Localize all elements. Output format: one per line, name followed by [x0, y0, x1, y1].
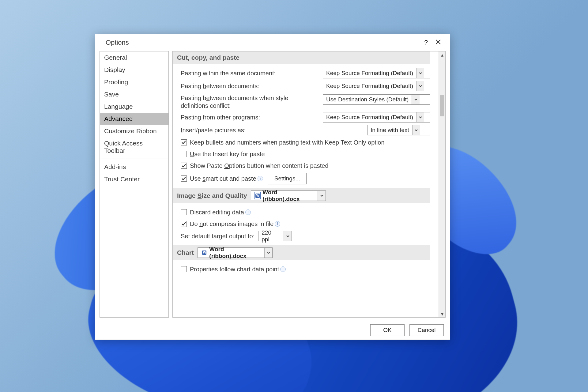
scroll-up-arrow-icon[interactable]: ▴ [439, 51, 445, 58]
label-insert-key: Use the Insert key for paste [190, 151, 265, 158]
section-title: Chart [177, 249, 194, 256]
dropdown-value: Word (ribbon).docx [209, 246, 261, 259]
dropdown-value: Keep Source Formatting (Default) [323, 114, 416, 121]
settings-button[interactable]: Settings... [268, 173, 307, 184]
dropdown-value: Keep Source Formatting (Default) [323, 70, 416, 77]
label-paste-conflict: Pasting between documents when style def… [181, 94, 300, 110]
checkbox-smart-cut[interactable] [181, 175, 187, 182]
dropdown-target-ppi[interactable]: 220 ppi [258, 231, 292, 241]
dropdown-paste-between[interactable]: Keep Source Formatting (Default) [323, 81, 430, 91]
checkbox-insert-key[interactable] [181, 151, 187, 157]
scrollbar[interactable]: ▴ ▾ [439, 51, 445, 317]
checkbox-keep-bullets[interactable] [181, 139, 187, 145]
label-paste-between: Pasting between documents: [181, 83, 259, 90]
ok-button[interactable]: OK [370, 324, 405, 336]
section-header-cutcopypaste: Cut, copy, and paste [173, 51, 430, 64]
label-insert-pictures: Insert/paste pictures as: [181, 127, 246, 134]
section-header-image-quality: Image Size and Quality Word (ribbon).doc… [173, 188, 430, 203]
section-title: Image Size and Quality [177, 192, 247, 199]
label-target-output: Set default target output to: [181, 233, 254, 240]
label-smart-cut: Use smart cut and paste [190, 175, 256, 182]
dialog-title: Options [106, 39, 129, 47]
dropdown-image-document[interactable]: Word (ribbon).docx [251, 190, 326, 201]
close-icon [435, 39, 441, 45]
label-discard-editing: Discard editing data [190, 209, 244, 216]
info-icon[interactable]: i [275, 221, 280, 227]
options-dialog: Options ? GeneralDisplayProofingSaveLang… [95, 34, 450, 340]
sidebar-item-display[interactable]: Display [100, 64, 168, 76]
label-paste-within: Pasting within the same document: [181, 70, 276, 77]
chevron-down-icon [416, 68, 424, 78]
chevron-down-icon [284, 231, 292, 241]
info-icon[interactable]: i [258, 176, 263, 181]
dropdown-value: Keep Source Formatting (Default) [323, 83, 416, 89]
dropdown-paste-conflict[interactable]: Use Destination Styles (Default) [323, 94, 430, 105]
chevron-down-icon [264, 248, 272, 258]
chevron-down-icon [412, 125, 420, 135]
sidebar-item-advanced[interactable]: Advanced [100, 113, 168, 125]
checkbox-paste-options[interactable] [181, 163, 187, 169]
close-button[interactable] [432, 39, 444, 47]
dropdown-chart-document[interactable]: Word (ribbon).docx [198, 247, 273, 258]
dropdown-value: 220 ppi [258, 229, 284, 243]
chevron-down-icon [412, 95, 420, 104]
titlebar: Options ? [95, 34, 450, 51]
sidebar-item-proofing[interactable]: Proofing [100, 76, 168, 88]
options-content: Cut, copy, and paste Pasting within the … [173, 51, 439, 317]
label-keep-bullets: Keep bullets and numbers when pasting te… [190, 139, 385, 146]
chevron-down-icon [318, 191, 325, 201]
section-header-chart: Chart Word (ribbon).docx [173, 245, 430, 260]
info-icon[interactable]: i [245, 209, 251, 215]
word-doc-icon [254, 192, 261, 199]
help-button[interactable]: ? [420, 39, 432, 47]
info-icon[interactable]: i [280, 266, 286, 272]
dropdown-value: Word (ribbon).docx [262, 189, 315, 202]
nav-divider [100, 159, 168, 159]
dropdown-insert-pictures[interactable]: In line with text [367, 125, 430, 135]
category-sidebar: GeneralDisplayProofingSaveLanguageAdvanc… [100, 51, 169, 318]
dialog-footer: OK Cancel [95, 321, 450, 340]
dropdown-value: Use Destination Styles (Default) [323, 96, 412, 103]
sidebar-item-customize-ribbon[interactable]: Customize Ribbon [100, 125, 168, 137]
checkbox-discard-editing[interactable] [181, 209, 187, 215]
dropdown-paste-programs[interactable]: Keep Source Formatting (Default) [323, 112, 430, 123]
section-title: Cut, copy, and paste [177, 54, 239, 61]
word-doc-icon [201, 249, 207, 256]
checkbox-chart-properties[interactable] [181, 266, 187, 272]
cancel-button[interactable]: Cancel [409, 324, 444, 336]
scroll-down-arrow-icon[interactable]: ▾ [439, 311, 445, 317]
checkbox-no-compress[interactable] [181, 221, 187, 227]
label-paste-options: Show Paste Options button when content i… [190, 162, 329, 169]
chevron-down-icon [416, 112, 424, 122]
label-chart-properties: Properties follow chart data point [190, 266, 279, 273]
sidebar-item-trust-center[interactable]: Trust Center [100, 173, 168, 185]
sidebar-item-general[interactable]: General [100, 51, 168, 64]
dropdown-paste-within[interactable]: Keep Source Formatting (Default) [323, 68, 430, 78]
label-no-compress: Do not compress images in file [190, 221, 273, 228]
sidebar-item-add-ins[interactable]: Add-ins [100, 161, 168, 173]
label-paste-programs: Pasting from other programs: [181, 114, 260, 121]
scroll-thumb[interactable] [440, 95, 444, 116]
sidebar-item-save[interactable]: Save [100, 88, 168, 100]
chevron-down-icon [416, 81, 424, 91]
sidebar-item-language[interactable]: Language [100, 100, 168, 113]
sidebar-item-quick-access-toolbar[interactable]: Quick Access Toolbar [100, 137, 168, 157]
dropdown-value: In line with text [368, 127, 412, 134]
